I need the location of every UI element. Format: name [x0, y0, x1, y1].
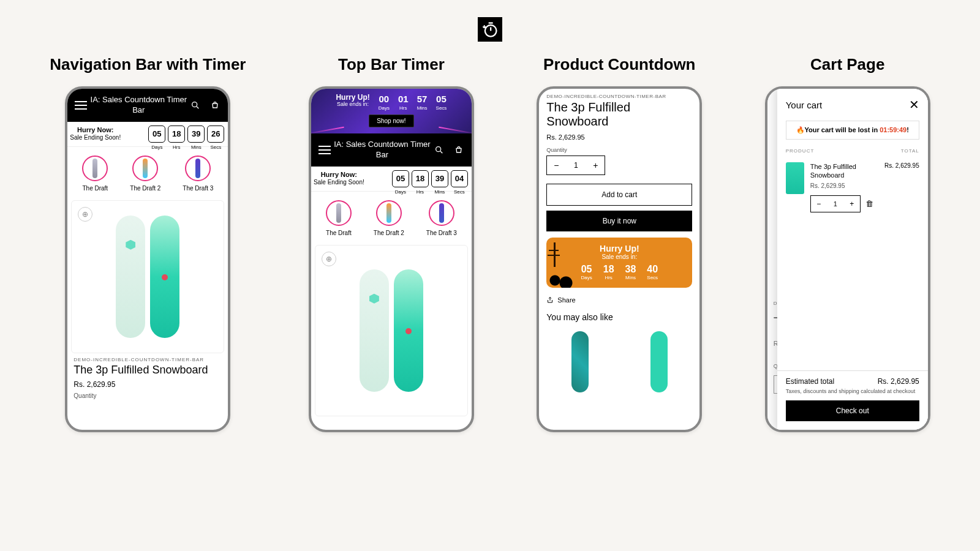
close-icon[interactable]: ✕ [909, 97, 919, 112]
cart-countdown-notice: 🔥Your cart will be lost in 01:59:49! [786, 121, 919, 140]
secs-value: 26Secs [207, 126, 224, 143]
search-icon[interactable] [190, 100, 201, 111]
top-announcement-bar: Hurry Up! Sale ends in: 00Days 01Hrs 57M… [311, 89, 472, 133]
checkout-button[interactable]: Check out [786, 400, 919, 421]
cart-line-item: The 3p Fulfilled Snowboard Rs. 2,629.95 … [777, 156, 928, 219]
countdown-bar: Hurry Now: Sale Ending Soon! 05Days 18Hr… [311, 167, 472, 192]
cart-item-name[interactable]: The 3p Fulfilled Snowboard [810, 162, 878, 180]
estimated-total-label: Estimated total [786, 377, 834, 386]
cart-icon[interactable] [453, 144, 464, 156]
snowboard-image-light [116, 216, 145, 338]
app-title[interactable]: IA: Sales Countdown Timer Bar [87, 95, 190, 116]
hrs-value: 18Hrs [168, 126, 185, 143]
snowboard-image-teal [394, 269, 423, 392]
shop-now-button[interactable]: Shop now! [369, 114, 413, 127]
countdown-label: Hurry Now: Sale Ending Soon! [69, 126, 122, 141]
panel-title-cart: Cart Page [810, 55, 884, 74]
collection-row: The Draft The Draft 2 The Draft 3 [67, 147, 228, 194]
app-title[interactable]: IA: Sales Countdown Timer Bar [331, 140, 434, 160]
col-total: TOTAL [901, 148, 919, 154]
top-mins: 57Mins [417, 94, 428, 111]
zoom-icon[interactable]: ⊕ [78, 207, 92, 222]
cart-item-image[interactable] [786, 162, 804, 194]
buy-now-button[interactable]: Buy it now [546, 211, 692, 231]
vendor-label: DEMO-INCREDIBLE-COUNTDOWN-TIMER-BAR [74, 357, 222, 362]
secs-value: 04Secs [451, 170, 468, 187]
col-product: PRODUCT [786, 148, 815, 154]
days-value: 05Days [148, 126, 165, 143]
related-product-1[interactable] [562, 328, 598, 395]
trash-icon[interactable]: 🗑 [865, 199, 873, 208]
snowboard-image-teal [150, 216, 179, 338]
vendor-label: DEMO-INCREDIBLE-COUNTDOWN-TIMER-BAR [546, 94, 692, 99]
banner-mins: 38Mins [625, 264, 636, 280]
app-logo [478, 17, 502, 42]
cart-qty-plus-button[interactable]: + [844, 196, 860, 212]
banner-days: 05Days [581, 264, 592, 280]
qty-plus-button[interactable]: + [586, 156, 605, 174]
product-image[interactable]: ⊕ [71, 200, 224, 353]
search-icon[interactable] [434, 144, 445, 156]
draft-1[interactable]: The Draft [326, 200, 352, 236]
mins-value: 39Mins [431, 170, 448, 187]
draft-3[interactable]: The Draft 3 [183, 156, 213, 192]
quantity-stepper: − 1 + [546, 156, 605, 175]
panel-title-topbar: Top Bar Timer [338, 55, 445, 74]
add-to-cart-button[interactable]: Add to cart [546, 184, 692, 206]
panel-title-nav: Navigation Bar with Timer [50, 55, 246, 74]
phone-topbar: Hurry Up! Sale ends in: 00Days 01Hrs 57M… [309, 86, 474, 432]
banner-secs: 40Secs [647, 264, 658, 280]
share-button[interactable]: Share [539, 288, 699, 312]
navbar: IA: Sales Countdown Timer Bar [67, 89, 228, 122]
cart-qty-value: 1 [827, 196, 844, 212]
phone-product: DEMO-INCREDIBLE-COUNTDOWN-TIMER-BAR The … [537, 86, 702, 432]
menu-icon[interactable] [318, 146, 331, 154]
top-secs: 05Secs [436, 94, 447, 111]
banner-sub: Sale ends in: [551, 253, 687, 260]
product-title: The 3p Fulfilled Snowboard [546, 100, 692, 129]
collection-row: The Draft The Draft 2 The Draft 3 [311, 192, 472, 239]
product-countdown-banner: Hurry Up! Sale ends in: 05Days 18Hrs 38M… [546, 238, 692, 288]
cart-drawer: Your cart ✕ 🔥Your cart will be lost in 0… [777, 89, 928, 430]
top-days: 00Days [379, 94, 390, 111]
hrs-value: 18Hrs [412, 170, 429, 187]
cart-icon[interactable] [209, 100, 221, 111]
stopwatch-icon [481, 21, 499, 38]
menu-icon[interactable] [75, 101, 87, 110]
banner-hrs: 18Hrs [603, 264, 614, 280]
product-image[interactable]: ⊕ [315, 245, 468, 416]
quantity-label: Quantity [74, 392, 222, 399]
top-hrs: 01Hrs [398, 94, 409, 111]
qty-value: 1 [565, 161, 586, 170]
cart-heading: Your cart [786, 100, 822, 110]
navbar: IA: Sales Countdown Timer Bar [311, 133, 472, 167]
panel-title-product: Product Countdown [543, 55, 695, 74]
product-title[interactable]: The 3p Fulfilled Snowboard [74, 364, 222, 377]
cart-quantity-stepper: − 1 + [810, 195, 861, 212]
countdown-bar: Hurry Now: Sale Ending Soon! 05Days 18Hr… [67, 122, 228, 147]
quantity-label: Quantity [546, 147, 692, 153]
cart-item-price: Rs. 2,629.95 [810, 182, 878, 189]
cart-qty-minus-button[interactable]: − [811, 196, 827, 212]
product-price: Rs. 2,629.95 [74, 380, 222, 389]
countdown-label: Hurry Now: Sale Ending Soon! [312, 171, 366, 186]
phone-nav: IA: Sales Countdown Timer Bar Hurry Now:… [65, 86, 230, 432]
draft-2[interactable]: The Draft 2 [374, 200, 404, 236]
also-like-heading: You may also like [546, 312, 692, 322]
snowboard-image-light [360, 269, 389, 392]
phone-cart: DE T Rs Q Your cart ✕ 🔥Your cart will be… [765, 86, 930, 432]
cart-item-total: Rs. 2,629.95 [884, 162, 919, 212]
share-icon [546, 296, 554, 304]
mins-value: 39Mins [187, 126, 205, 143]
cart-footer: Estimated total Rs. 2,629.95 Taxes, disc… [777, 370, 928, 430]
product-price: Rs. 2,629.95 [546, 133, 692, 141]
draft-1[interactable]: The Draft [82, 156, 108, 192]
tax-note: Taxes, discounts and shipping calculated… [786, 388, 919, 394]
qty-minus-button[interactable]: − [547, 156, 565, 174]
draft-2[interactable]: The Draft 2 [130, 156, 160, 192]
svg-point-1 [192, 102, 197, 107]
related-product-2[interactable] [641, 328, 677, 395]
draft-3[interactable]: The Draft 3 [426, 200, 457, 236]
zoom-icon[interactable]: ⊕ [322, 252, 336, 266]
days-value: 05Days [392, 170, 409, 187]
